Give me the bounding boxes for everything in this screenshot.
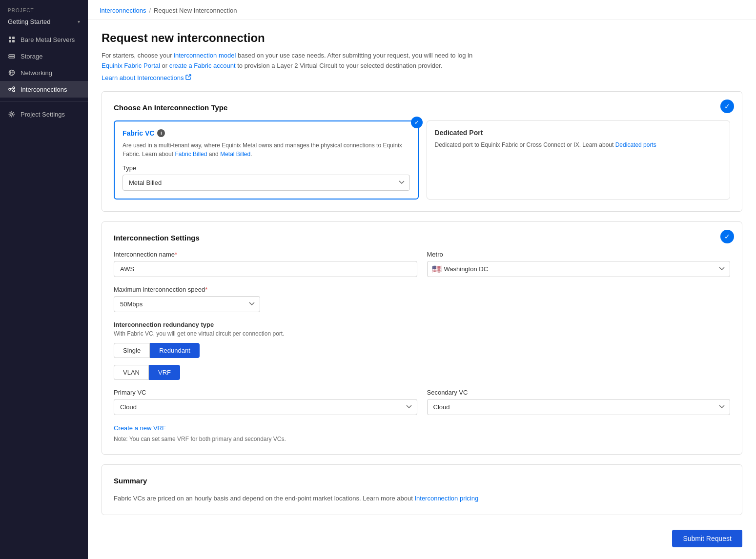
sidebar-item-project-settings[interactable]: Project Settings bbox=[0, 106, 88, 122]
fabric-vc-title: Fabric VC i bbox=[123, 129, 410, 137]
project-label: PROJECT bbox=[0, 0, 88, 15]
learn-link-text: Learn about Interconnections bbox=[102, 74, 184, 81]
summary-title: Summary bbox=[114, 477, 730, 485]
metro-select-wrapper: 🇺🇸 Washington DC bbox=[427, 261, 731, 277]
storage-icon bbox=[8, 52, 16, 60]
primary-vc-label: Primary VC bbox=[114, 389, 417, 396]
form-row-vc: Primary VC Cloud Secondary VC Cloud bbox=[114, 389, 730, 415]
secondary-vc-select[interactable]: Cloud bbox=[427, 399, 731, 415]
speed-select[interactable]: 50Mbps 100Mbps 200Mbps 500Mbps 1Gbps bbox=[114, 296, 260, 312]
fabric-billed-link[interactable]: Fabric Billed bbox=[175, 151, 207, 158]
metro-select[interactable]: Washington DC bbox=[427, 261, 731, 277]
speed-label: Maximum interconnection speed* bbox=[114, 286, 260, 293]
external-link-icon bbox=[185, 74, 191, 81]
svg-rect-3 bbox=[12, 40, 15, 42]
name-label: Interconnection name* bbox=[114, 251, 417, 258]
interconnection-settings-card: Interconnection Settings ✓ Interconnecti… bbox=[102, 221, 742, 455]
intro-text-2: based on your use case needs. After subm… bbox=[236, 52, 472, 59]
choose-type-card: Choose An Interconnection Type ✓ ✓ Fabri… bbox=[102, 91, 742, 212]
type-label: Type bbox=[123, 164, 410, 172]
dedicated-port-title: Dedicated Port bbox=[435, 129, 722, 137]
sidebar-item-label: Networking bbox=[20, 69, 52, 77]
metro-label: Metro bbox=[427, 251, 731, 258]
page-content: Request new interconnection For starters… bbox=[88, 20, 756, 537]
intro-text: For starters, choose your interconnectio… bbox=[102, 51, 482, 71]
sidebar-item-networking[interactable]: Networking bbox=[0, 64, 88, 81]
dedicated-port-card[interactable]: Dedicated Port Dedicated port to Equinix… bbox=[427, 120, 731, 200]
choose-type-title: Choose An Interconnection Type bbox=[114, 103, 730, 112]
fabric-vc-card[interactable]: ✓ Fabric VC i Are used in a multi-tenant… bbox=[114, 120, 419, 200]
type-select-group: Type Metal Billed bbox=[123, 164, 410, 191]
breadcrumb-link[interactable]: Interconnections bbox=[100, 7, 146, 14]
svg-line-13 bbox=[11, 90, 13, 91]
interconnection-pricing-link[interactable]: Interconnection pricing bbox=[414, 495, 478, 502]
svg-rect-2 bbox=[9, 40, 11, 42]
vc-note: Note: You can set same VRF for both prim… bbox=[114, 436, 286, 442]
svg-rect-4 bbox=[9, 55, 15, 56]
section1-check-icon: ✓ bbox=[720, 100, 734, 113]
sidebar-item-bare-metal[interactable]: Bare Metal Servers bbox=[0, 31, 88, 48]
form-row-speed: Maximum interconnection speed* 50Mbps 10… bbox=[114, 286, 730, 312]
breadcrumb-separator: / bbox=[149, 7, 151, 14]
intro-text-1: For starters, choose your bbox=[102, 52, 174, 59]
sidebar-item-storage[interactable]: Storage bbox=[0, 48, 88, 64]
redundancy-toggle-group: Single Redundant bbox=[114, 343, 730, 358]
svg-point-11 bbox=[13, 90, 15, 92]
page-title: Request new interconnection bbox=[102, 31, 742, 45]
summary-desc: Fabric VCs are priced on an hourly basis… bbox=[114, 494, 730, 503]
vc-type-toggle-group: VLAN VRF bbox=[114, 365, 730, 380]
equinix-fabric-portal-link[interactable]: Equinix Fabric Portal bbox=[102, 62, 160, 69]
summary-card: Summary Fabric VCs are priced on an hour… bbox=[102, 464, 742, 516]
learn-interconnections-link[interactable]: Learn about Interconnections bbox=[102, 74, 742, 81]
name-group: Interconnection name* bbox=[114, 251, 417, 277]
name-input[interactable] bbox=[114, 261, 417, 277]
form-row-name-metro: Interconnection name* Metro 🇺🇸 Washingto… bbox=[114, 251, 730, 277]
connect-icon bbox=[8, 85, 16, 93]
sidebar-nav: Bare Metal Servers Storage Networking bbox=[0, 31, 88, 559]
svg-point-10 bbox=[13, 87, 15, 89]
secondary-vc-group: Secondary VC Cloud bbox=[427, 389, 731, 415]
svg-point-14 bbox=[11, 113, 13, 115]
type-select[interactable]: Metal Billed bbox=[123, 175, 410, 191]
primary-vc-select[interactable]: Cloud bbox=[114, 399, 417, 415]
sidebar-item-interconnections[interactable]: Interconnections bbox=[0, 81, 88, 98]
submit-request-button[interactable]: Submit Request bbox=[672, 530, 742, 547]
metal-billed-link[interactable]: Metal Billed bbox=[220, 151, 250, 158]
create-fabric-account-link[interactable]: create a Fabric account bbox=[169, 62, 236, 69]
main-content: Interconnections / Request New Interconn… bbox=[88, 0, 756, 559]
breadcrumb: Interconnections / Request New Interconn… bbox=[88, 0, 756, 20]
speed-group: Maximum interconnection speed* 50Mbps 10… bbox=[114, 286, 260, 312]
fabric-vc-info-icon[interactable]: i bbox=[157, 129, 165, 137]
sidebar: PROJECT Getting Started ▾ Bare Metal Ser… bbox=[0, 0, 88, 559]
svg-rect-1 bbox=[12, 37, 15, 39]
speed-required: * bbox=[205, 286, 207, 293]
project-name: Getting Started bbox=[8, 18, 50, 25]
section2-check-icon: ✓ bbox=[720, 230, 734, 243]
svg-line-12 bbox=[11, 88, 13, 89]
primary-vc-group: Primary VC Cloud bbox=[114, 389, 417, 415]
sidebar-item-label: Project Settings bbox=[20, 111, 65, 118]
breadcrumb-current: Request New Interconnection bbox=[154, 7, 237, 14]
redundancy-redundant-btn[interactable]: Redundant bbox=[150, 343, 200, 358]
type-options: ✓ Fabric VC i Are used in a multi-tenant… bbox=[114, 120, 730, 200]
vc-vlan-btn[interactable]: VLAN bbox=[114, 365, 149, 380]
interconnection-model-link[interactable]: interconnection model bbox=[174, 52, 236, 59]
redundancy-label: Interconnection redundancy type bbox=[114, 321, 730, 328]
dedicated-ports-link[interactable]: Dedicated ports bbox=[615, 141, 656, 148]
svg-rect-5 bbox=[9, 57, 15, 58]
sidebar-item-label: Bare Metal Servers bbox=[20, 36, 75, 43]
settings-icon bbox=[8, 110, 16, 118]
redundancy-section: Interconnection redundancy type With Fab… bbox=[114, 321, 730, 380]
dedicated-port-desc: Dedicated port to Equinix Fabric or Cros… bbox=[435, 140, 722, 149]
metro-group: Metro 🇺🇸 Washington DC bbox=[427, 251, 731, 277]
project-selector[interactable]: Getting Started ▾ bbox=[0, 15, 88, 31]
globe-icon bbox=[8, 69, 16, 77]
redundancy-single-btn[interactable]: Single bbox=[114, 343, 150, 358]
name-required: * bbox=[175, 251, 177, 258]
chevron-down-icon: ▾ bbox=[78, 19, 80, 24]
sidebar-item-label: Storage bbox=[20, 53, 43, 60]
redundancy-desc: With Fabric VC, you will get one virtual… bbox=[114, 330, 730, 337]
vc-vrf-btn[interactable]: VRF bbox=[149, 365, 180, 380]
create-vrf-link[interactable]: Create a new VRF bbox=[114, 424, 166, 432]
submit-area: Submit Request bbox=[672, 530, 742, 547]
